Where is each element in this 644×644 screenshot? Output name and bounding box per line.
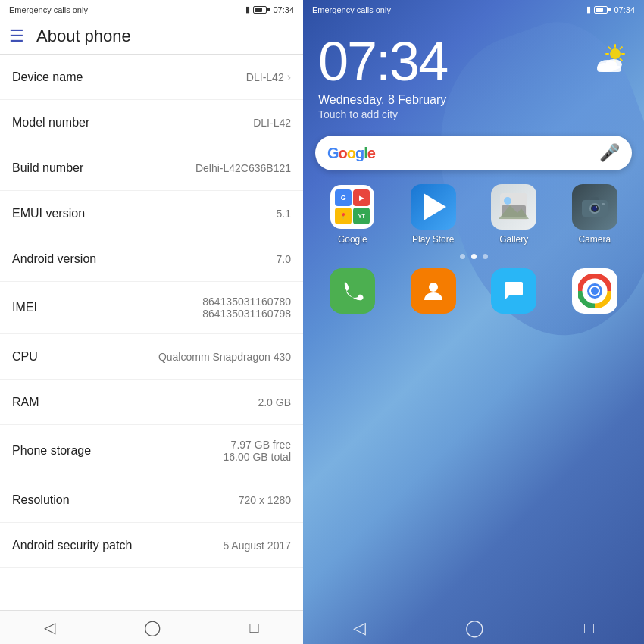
battery-icon-right <box>594 6 611 14</box>
settings-item-7: RAM2.0 GB <box>0 380 303 425</box>
messages-dock-icon <box>491 268 536 314</box>
nav-bar-left: ◁ ◯ □ <box>0 610 303 644</box>
app-grid: G ▶ 📍 YT Google Play Store <box>303 178 644 251</box>
app-item-camera[interactable]: Camera <box>558 184 633 245</box>
bottom-dock <box>303 262 644 317</box>
emergency-text-right: Emergency calls only <box>312 5 391 14</box>
recents-nav-icon-right[interactable]: □ <box>584 618 594 638</box>
svg-point-20 <box>596 206 597 208</box>
svg-point-22 <box>429 283 438 292</box>
time-right: 07:34 <box>614 5 635 14</box>
time-left: 07:34 <box>273 5 294 14</box>
gallery-icon <box>491 184 536 230</box>
dot-2[interactable] <box>483 254 488 259</box>
settings-label-0: Device name <box>12 70 83 84</box>
svg-point-26 <box>591 287 599 295</box>
settings-label-7: RAM <box>12 395 39 409</box>
svg-rect-11 <box>597 66 621 72</box>
settings-item-2: Build numberDelhi-L42C636B121 <box>0 145 303 191</box>
svg-line-6 <box>621 59 622 61</box>
dock-item-contacts[interactable] <box>396 268 471 314</box>
settings-item-9: Resolution720 x 1280 <box>0 477 303 523</box>
sim-icon-left: ▮ <box>245 5 250 14</box>
settings-label-5: IMEI <box>12 301 37 314</box>
dot-1[interactable] <box>471 254 477 259</box>
sim-icon-right: ▮ <box>586 5 591 14</box>
app-label-camera: Camera <box>578 234 611 245</box>
battery-icon-left <box>253 6 270 14</box>
lock-time: 07:34 <box>318 34 447 89</box>
dock-item-phone[interactable] <box>315 268 390 314</box>
settings-value-0: DLI-L42› <box>246 70 291 84</box>
settings-label-8: Phone storage <box>12 444 91 458</box>
settings-label-10: Android security patch <box>12 539 132 552</box>
settings-item-10: Android security patch5 August 2017 <box>0 523 303 568</box>
settings-label-9: Resolution <box>12 493 70 507</box>
svg-point-0 <box>610 48 621 59</box>
back-nav-icon-right[interactable]: ◁ <box>353 618 366 638</box>
settings-item-3: EMUI version5.1 <box>0 191 303 236</box>
settings-label-6: CPU <box>12 350 38 364</box>
google-search-bar[interactable]: Google 🎤 <box>315 136 632 170</box>
settings-item-5: IMEI864135031160780864135031160798 <box>0 282 303 334</box>
back-nav-icon[interactable]: ◁ <box>44 618 55 636</box>
settings-item-4: Android version7.0 <box>0 236 303 282</box>
settings-value-9: 720 x 1280 <box>239 494 291 506</box>
phone-dock-icon <box>330 268 375 314</box>
settings-value-7: 2.0 GB <box>258 396 291 408</box>
settings-value-2: Delhi-L42C636B121 <box>195 162 291 174</box>
svg-line-5 <box>608 47 610 48</box>
svg-point-14 <box>504 197 511 205</box>
settings-item-6: CPUQualcomm Snapdragon 430 <box>0 334 303 380</box>
chrome-dock-icon <box>572 268 617 314</box>
home-nav-icon[interactable]: ◯ <box>144 618 161 636</box>
settings-value-5: 864135031160780864135031160798 <box>202 295 291 320</box>
lock-screen: 07:34 Wednesday, 8 February Touch to add… <box>303 19 644 128</box>
settings-label-4: Android version <box>12 252 96 266</box>
app-item-playstore[interactable]: Play Store <box>396 184 471 245</box>
dock-item-chrome[interactable] <box>558 268 633 314</box>
status-bar-right: Emergency calls only ▮ 07:34 <box>303 0 644 19</box>
recents-nav-icon[interactable]: □ <box>249 619 258 636</box>
settings-value-10: 5 August 2017 <box>223 539 291 552</box>
app-label-playstore: Play Store <box>412 234 454 245</box>
home-nav-icon-right[interactable]: ◯ <box>465 618 484 638</box>
app-item-gallery[interactable]: Gallery <box>477 184 552 245</box>
status-right-left: ▮ 07:34 <box>245 5 294 14</box>
svg-rect-21 <box>602 203 605 205</box>
play-store-icon <box>411 184 456 230</box>
dot-0[interactable] <box>460 254 465 259</box>
page-title: About phone <box>36 27 131 46</box>
weather-icon <box>591 42 629 86</box>
hamburger-icon[interactable]: ☰ <box>9 27 24 46</box>
app-label-google: Google <box>338 234 367 245</box>
settings-value-1: DLI-L42 <box>253 117 291 129</box>
lock-time-block: 07:34 Wednesday, 8 February Touch to add… <box>318 34 447 120</box>
lock-time-row: 07:34 Wednesday, 8 February Touch to add… <box>318 34 629 120</box>
app-item-google[interactable]: G ▶ 📍 YT Google <box>315 184 390 245</box>
weather-widget <box>591 34 629 86</box>
google-folder-icon: G ▶ 📍 YT <box>330 184 375 230</box>
svg-line-7 <box>621 47 622 48</box>
status-right-right: ▮ 07:34 <box>586 5 635 14</box>
lock-city[interactable]: Touch to add city <box>318 108 447 120</box>
status-bar-left: Emergency calls only ▮ 07:34 <box>0 0 303 19</box>
settings-value-4: 7.0 <box>277 253 291 265</box>
left-panel: Emergency calls only ▮ 07:34 ☰ About pho… <box>0 0 303 644</box>
settings-list: Device nameDLI-L42›Model numberDLI-L42Bu… <box>0 55 303 610</box>
settings-value-3: 5.1 <box>277 208 291 220</box>
settings-value-6: Qualcomm Snapdragon 430 <box>158 351 291 363</box>
page-dots <box>303 254 644 259</box>
emergency-text-left: Emergency calls only <box>9 5 88 14</box>
chevron-icon-0: › <box>287 70 291 84</box>
dock-item-messages[interactable] <box>477 268 552 314</box>
camera-icon <box>572 184 617 230</box>
settings-label-1: Model number <box>12 116 89 130</box>
settings-label-3: EMUI version <box>12 207 85 220</box>
header-left: ☰ About phone <box>0 19 303 55</box>
mic-icon[interactable]: 🎤 <box>599 143 620 163</box>
settings-item-8: Phone storage7.97 GB free16.00 GB total <box>0 425 303 477</box>
settings-item-0[interactable]: Device nameDLI-L42› <box>0 55 303 100</box>
settings-label-2: Build number <box>12 161 83 175</box>
lock-date: Wednesday, 8 February <box>318 93 447 107</box>
